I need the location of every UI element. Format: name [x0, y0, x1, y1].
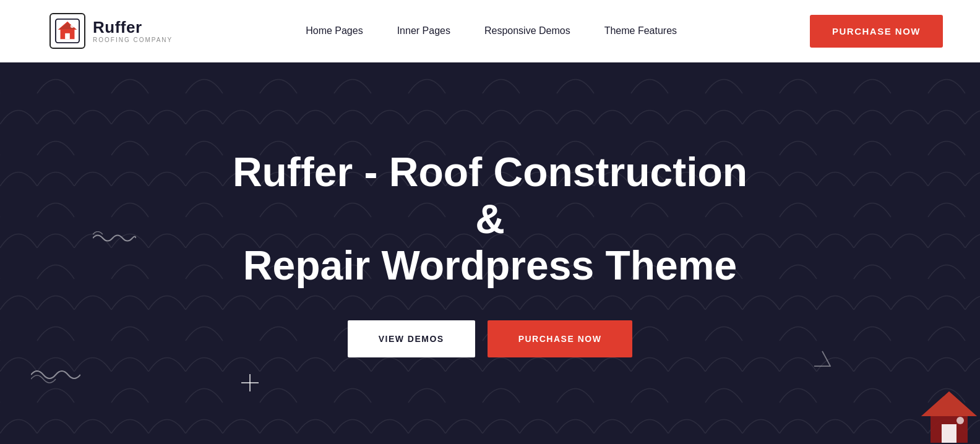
hero-title-line1: Ruffer - Roof Construction &: [233, 149, 747, 242]
logo-text: Ruffer ROOFING COMPANY: [93, 19, 173, 43]
nav-theme-features[interactable]: Theme Features: [604, 25, 677, 36]
main-nav: Home Pages Inner Pages Responsive Demos …: [173, 25, 810, 36]
deco-squiggle-top-left: [93, 229, 136, 249]
view-demos-button[interactable]: VIEW DEMOS: [348, 320, 475, 357]
purchase-now-button-hero[interactable]: PURCHASE NOW: [488, 320, 633, 357]
svg-rect-2: [65, 33, 70, 40]
logo-name: Ruffer: [93, 19, 173, 36]
svg-point-13: [956, 417, 964, 424]
hero-title: Ruffer - Roof Construction & Repair Word…: [218, 149, 762, 290]
svg-marker-11: [921, 391, 977, 416]
hero-section: Ruffer - Roof Construction & Repair Word…: [0, 62, 980, 444]
deco-roof-icon-bottom-right: [918, 388, 980, 444]
nav-responsive-demos[interactable]: Responsive Demos: [484, 25, 570, 36]
svg-rect-12: [942, 424, 956, 443]
svg-point-4: [71, 25, 74, 28]
hero-buttons: VIEW DEMOS PURCHASE NOW: [218, 320, 762, 357]
nav-home-pages[interactable]: Home Pages: [306, 25, 363, 36]
deco-triangle: [813, 350, 832, 370]
hero-content: Ruffer - Roof Construction & Repair Word…: [193, 112, 787, 395]
logo-subtitle: ROOFING COMPANY: [93, 36, 173, 43]
deco-squiggle-bottom-left: [31, 365, 80, 388]
logo-icon: [49, 13, 85, 49]
nav-inner-pages[interactable]: Inner Pages: [397, 25, 450, 36]
hero-title-line2: Repair Wordpress Theme: [243, 242, 737, 288]
logo[interactable]: Ruffer ROOFING COMPANY: [49, 13, 173, 49]
purchase-now-button-header[interactable]: PURCHASE NOW: [810, 15, 943, 48]
site-header: Ruffer ROOFING COMPANY Home Pages Inner …: [0, 0, 980, 62]
